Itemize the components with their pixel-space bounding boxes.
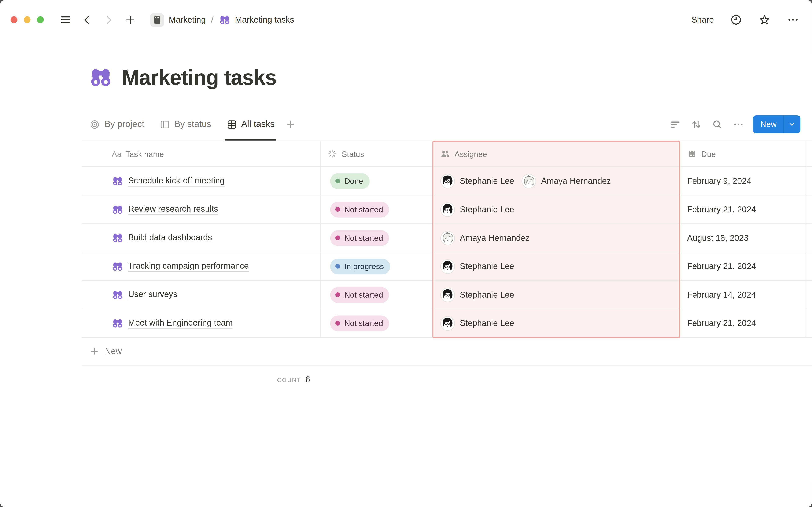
assignee-chip: Stephanie Lee [440,259,514,274]
assignee-cell[interactable]: Amaya Hernandez [433,224,680,252]
notion-window: Marketing / Marketing tasks Share Mar [0,0,812,507]
column-header-due[interactable]: Due [680,141,806,166]
assignee-chip: Stephanie Lee [440,174,514,188]
new-button-label[interactable]: New [753,120,784,129]
task-title[interactable]: Review research results [128,204,218,215]
count-label: COUNT [277,377,301,383]
task-title[interactable]: Meet with Engineering team [128,318,233,329]
minimize-window-button[interactable] [24,16,31,23]
column-header-assignee[interactable]: Assignee [433,141,680,166]
due-cell[interactable]: February 21, 2024 [680,195,806,223]
sort-icon[interactable] [690,118,703,131]
zoom-window-button[interactable] [37,16,44,23]
favorite-star-icon[interactable] [758,13,771,26]
window-titlebar: Marketing / Marketing tasks Share [0,0,812,40]
assignee-cell[interactable]: Stephanie Lee Amaya Hernandez [433,167,680,195]
traffic-lights [11,16,44,23]
page-title[interactable]: Marketing tasks [122,65,276,89]
breadcrumb-root[interactable]: Marketing [169,15,206,24]
due-cell[interactable]: February 9, 2024 [680,167,806,195]
board-columns-icon [159,119,170,130]
close-window-button[interactable] [11,16,17,23]
status-dot [336,264,340,269]
assignee-chip: Stephanie Lee [440,202,514,217]
screen: Marketing / Marketing tasks Share Mar [0,0,812,507]
back-icon[interactable] [81,13,94,26]
search-icon[interactable] [711,118,724,131]
history-clock-icon[interactable] [730,13,743,26]
target-icon [89,119,100,130]
column-header-status[interactable]: Status [320,141,433,166]
task-title[interactable]: User surveys [128,289,177,300]
tab-by-project[interactable]: By project [89,108,144,141]
assignee-cell[interactable]: Stephanie Lee [433,195,680,223]
assignee-cell[interactable]: Stephanie Lee [433,309,680,337]
assignee-name: Stephanie Lee [460,290,514,299]
new-row-button[interactable]: New [82,338,812,365]
assignee-cell[interactable]: Stephanie Lee [433,281,680,308]
tasks-table: Aa Task name Status Assignee Due [82,141,812,394]
new-button[interactable]: New [753,115,800,133]
task-name-cell[interactable]: Meet with Engineering team [82,309,320,337]
marketing-board-icon[interactable] [150,13,164,26]
calendar-icon [687,149,697,159]
status-dot [336,321,340,326]
row-filler [806,195,812,223]
binoculars-icon [112,232,123,243]
status-cell[interactable]: Not started [320,195,433,223]
more-options-icon[interactable] [786,13,799,26]
table-row: Review research results Not started Step… [82,195,812,224]
due-cell[interactable]: February 21, 2024 [680,309,806,337]
page-binoculars-icon[interactable] [89,65,113,90]
assignee-name: Stephanie Lee [460,262,514,271]
table-row: Meet with Engineering team Not started S… [82,309,812,338]
task-name-cell[interactable]: Review research results [82,195,320,223]
avatar-stephanie [440,202,455,217]
tab-by-status[interactable]: By status [159,108,211,141]
forward-icon[interactable] [102,13,115,26]
chevron-down-icon[interactable] [784,121,800,128]
task-name-cell[interactable]: Tracking campaign performance [82,252,320,280]
due-cell[interactable]: February 14, 2024 [680,281,806,308]
count-row[interactable]: COUNT 6 [82,365,320,394]
assignee-name: Stephanie Lee [460,176,514,186]
due-cell[interactable]: August 18, 2023 [680,224,806,252]
task-name-cell[interactable]: Build data dashboards [82,224,320,252]
sidebar-menu-icon[interactable] [59,13,72,26]
plus-icon [90,347,99,356]
due-cell[interactable]: February 21, 2024 [680,252,806,280]
assignee-name: Amaya Hernandez [460,233,529,242]
assignee-chip: Amaya Hernandez [522,174,611,188]
status-cell[interactable]: Not started [320,281,433,308]
breadcrumb-current[interactable]: Marketing tasks [235,15,294,24]
assignee-cell[interactable]: Stephanie Lee [433,252,680,280]
table-row: Schedule kick-off meeting Done Stephanie… [82,167,812,195]
status-cell[interactable]: Done [320,167,433,195]
task-title[interactable]: Build data dashboards [128,233,212,243]
status-badge: Not started [330,315,389,331]
binoculars-icon [219,14,230,25]
task-title[interactable]: Schedule kick-off meeting [128,176,224,186]
status-badge: Not started [330,202,389,217]
status-dot [336,178,340,183]
binoculars-icon [112,261,123,272]
task-name-cell[interactable]: Schedule kick-off meeting [82,167,320,195]
status-cell[interactable]: Not started [320,309,433,337]
status-cell[interactable]: Not started [320,224,433,252]
add-view-icon[interactable] [284,118,297,131]
table-header-row: Aa Task name Status Assignee Due [82,141,812,167]
task-title[interactable]: Tracking campaign performance [128,261,249,272]
table-row: Build data dashboards Not started Amaya … [82,224,812,252]
filter-icon[interactable] [669,118,682,131]
column-header-task-name[interactable]: Aa Task name [82,141,320,166]
count-value: 6 [305,375,310,385]
table-row: User surveys Not started Stephanie Lee F… [82,281,812,309]
row-filler [806,167,812,195]
table-icon [226,119,237,130]
share-button[interactable]: Share [692,15,714,24]
status-cell[interactable]: In progress [320,252,433,280]
task-name-cell[interactable]: User surveys [82,281,320,308]
new-tab-icon[interactable] [124,13,137,26]
tab-all-tasks[interactable]: All tasks [226,108,275,141]
view-options-icon[interactable] [732,118,745,131]
